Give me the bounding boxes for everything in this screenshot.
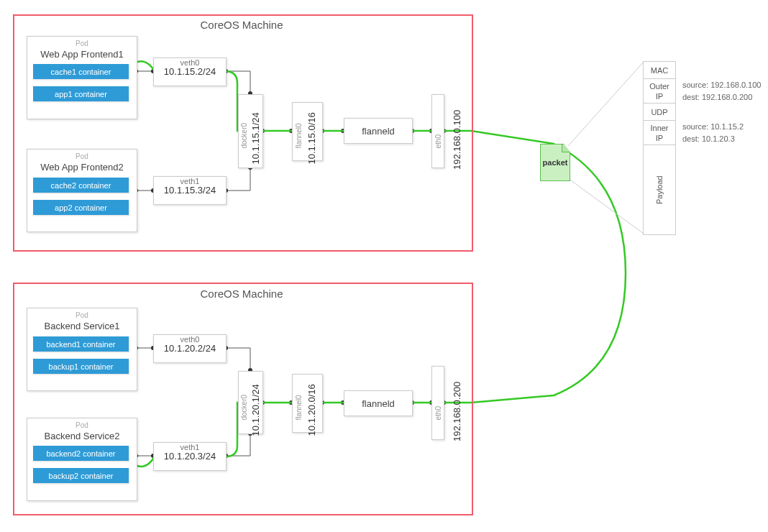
pkt-inner-ip: Inner IP	[643, 120, 676, 146]
container-cache1: cache1 container	[33, 64, 129, 79]
flanneld-m2: flanneld	[344, 390, 413, 416]
outer-ip-text: source: 192.168.0.100 dest: 192.168.0.20…	[682, 79, 761, 103]
pod-name: Web App Frontend1	[27, 49, 137, 60]
container-backup2: backup2 container	[33, 468, 129, 483]
pkt-mac: MAC	[643, 61, 676, 80]
pkt-payload: Payload	[643, 145, 676, 235]
packet-icon: packet	[540, 144, 570, 181]
veth0-m1: veth0 10.1.15.2/24	[153, 58, 227, 86]
container-cache2: cache2 container	[33, 178, 129, 193]
container-backend1: backend1 container	[33, 336, 129, 352]
flanneld-m1: flanneld	[344, 118, 413, 144]
veth1-m2: veth1 10.1.20.3/24	[153, 442, 227, 471]
pod-label: Pod	[27, 40, 137, 47]
container-app2: app2 container	[33, 200, 129, 215]
veth0-m2: veth0 10.1.20.2/24	[153, 334, 227, 363]
container-app1: app1 container	[33, 86, 129, 101]
veth1-m1: veth1 10.1.15.3/24	[153, 176, 227, 205]
machine-1-title: CoreOS Machine	[13, 19, 470, 31]
pkt-outer-ip: Outer IP	[643, 78, 676, 104]
pkt-udp: UDP	[643, 103, 676, 121]
machine-2-title: CoreOS Machine	[13, 288, 470, 300]
svg-line-50	[568, 62, 644, 146]
container-backup1: backup1 container	[33, 359, 129, 374]
svg-line-51	[568, 178, 644, 234]
container-backend2: backend2 container	[33, 446, 129, 461]
inner-ip-text: source: 10.1.15.2 dest: 10.1.20.3	[682, 121, 744, 145]
